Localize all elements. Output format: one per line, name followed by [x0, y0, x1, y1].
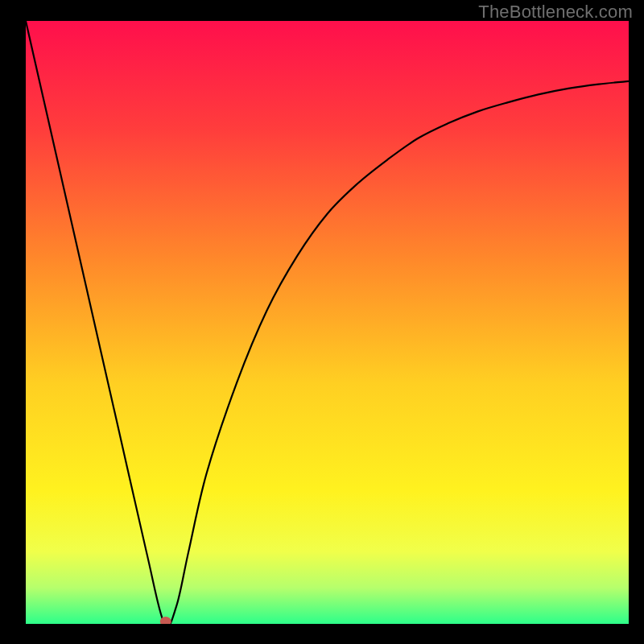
chart-container: TheBottleneck.com: [0, 0, 644, 644]
plot-area: [26, 21, 629, 624]
chart-svg: [26, 21, 629, 624]
gradient-background: [26, 21, 629, 624]
watermark-text: TheBottleneck.com: [478, 2, 633, 23]
